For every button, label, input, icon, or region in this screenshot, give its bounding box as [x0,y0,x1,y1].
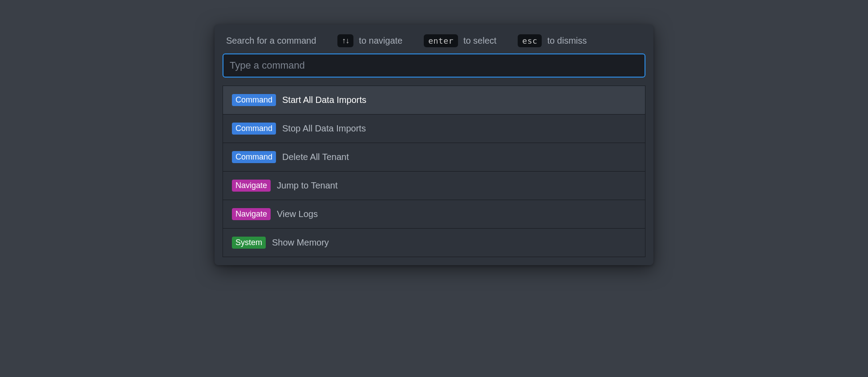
palette-header: Search for a command ↑↓ to navigate ente… [223,33,645,53]
command-item[interactable]: CommandStop All Data Imports [223,115,645,143]
esc-key-icon: esc [518,34,542,47]
command-list: CommandStart All Data ImportsCommandStop… [223,86,645,257]
item-badge: Navigate [232,180,271,192]
command-item[interactable]: SystemShow Memory [223,229,645,257]
item-badge: Command [232,151,276,163]
arrows-key-icon: ↑↓ [337,34,353,47]
item-label: Delete All Tenant [282,152,349,162]
command-item[interactable]: NavigateView Logs [223,200,645,229]
item-badge: Command [232,123,276,135]
item-label: Show Memory [272,238,329,248]
hint-navigate: to navigate [359,36,402,46]
palette-title: Search for a command [226,36,316,46]
command-item[interactable]: CommandDelete All Tenant [223,143,645,172]
item-badge: System [232,237,266,249]
item-label: Start All Data Imports [282,95,366,105]
command-search-input[interactable] [223,53,645,78]
item-badge: Command [232,94,276,106]
hint-dismiss: to dismiss [547,36,587,46]
item-label: Jump to Tenant [277,180,337,191]
enter-key-icon: enter [424,34,458,47]
command-palette: Search for a command ↑↓ to navigate ente… [215,25,653,265]
item-label: Stop All Data Imports [282,123,366,134]
hint-select: to select [463,36,496,46]
command-item[interactable]: NavigateJump to Tenant [223,172,645,200]
command-item[interactable]: CommandStart All Data Imports [223,86,645,115]
item-label: View Logs [277,209,318,219]
item-badge: Navigate [232,208,271,220]
